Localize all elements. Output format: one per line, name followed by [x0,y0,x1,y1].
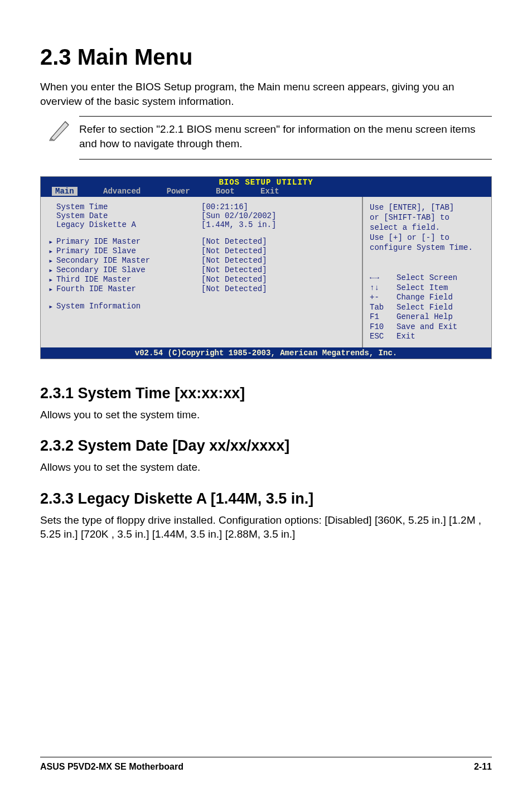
footer-page-number: 2-11 [474,762,492,772]
bios-key: F1 [370,312,396,322]
bios-help-line: or [SHIFT-TAB] to [370,212,485,223]
note-block: Refer to section "2.2.1 BIOS menu screen… [40,116,492,159]
bios-tab-main: Main [52,187,78,196]
bios-key-desc: Exit [396,332,415,342]
bios-field-value [201,302,357,311]
bios-key-desc: Select Field [396,303,453,313]
bios-help-line: select a field. [370,223,485,233]
section-heading: 2.3.2 System Date [Day xx/xx/xxxx] [40,437,492,455]
bios-key: ↑↓ [370,283,396,293]
bios-fields: System Time [00:21:16] System Date [Sun … [41,197,362,347]
bios-field-value: [Not Detected] [201,265,357,275]
note-text: Refer to section "2.2.1 BIOS menu screen… [79,122,492,151]
section-body: Sets the type of floppy drive installed.… [40,513,492,542]
bios-help-line: Use [+] or [-] to [370,233,485,243]
bios-key-desc: Change Field [396,293,453,303]
bios-key-desc: Select Screen [396,273,457,283]
bios-field-value: [Not Detected] [201,247,357,256]
submenu-marker-icon: ▸ [49,284,56,294]
bios-tab-boot: Boot [216,187,235,196]
bios-tab-power: Power [167,187,190,196]
bios-key: ESC [370,332,396,342]
bios-copyright: v02.54 (C)Copyright 1985-2003, American … [41,347,491,359]
bios-tab-advanced: Advanced [103,187,141,196]
bios-field-label: Primary IDE Slave [56,247,201,256]
bios-screenshot: BIOS SETUP UTILITY Main Advanced Power B… [40,176,492,359]
bios-field-value: [Sun 02/10/2002] [201,211,357,220]
submenu-marker-icon: ▸ [49,275,56,284]
bios-tab-exit: Exit [260,187,279,196]
bios-field-label: System Date [56,211,201,220]
section-heading: 2.3.1 System Time [xx:xx:xx] [40,385,492,402]
bios-field-value: [00:21:16] [201,202,357,211]
bios-field-label: System Time [56,202,201,211]
bios-field-value: [Not Detected] [201,275,357,284]
bios-key: ←→ [370,273,396,283]
bios-field-label: Legacy Diskette A [56,220,201,229]
bios-field-value: [1.44M, 3.5 in.] [201,220,357,229]
bios-help-line: Use [ENTER], [TAB] [370,202,485,212]
bios-field-value: [Not Detected] [201,256,357,265]
bios-field-label: System Information [56,302,201,311]
bios-field-label: Primary IDE Master [56,237,201,247]
bios-field-label: Secondary IDE Master [56,256,201,265]
bios-key: Tab [370,303,396,313]
bios-field-label: Secondary IDE Slave [56,265,201,275]
bios-field-value: [Not Detected] [201,284,357,294]
page-title: 2.3 Main Menu [40,45,492,70]
section-body: Allows you to set the system date. [40,460,492,475]
bios-help-line: configure System Time. [370,243,485,253]
submenu-marker-icon: ▸ [49,256,56,265]
section-heading: 2.3.3 Legacy Diskette A [1.44M, 3.5 in.] [40,490,492,508]
bios-tabs: Main Advanced Power Boot Exit [41,187,491,197]
bios-field-label: Third IDE Master [56,275,201,284]
bios-key: F10 [370,322,396,332]
bios-field-value: [Not Detected] [201,237,357,247]
bios-field-label: Fourth IDE Master [56,284,201,294]
bios-key: +- [370,293,396,303]
submenu-marker-icon: ▸ [49,302,56,311]
submenu-marker-icon: ▸ [49,237,56,247]
section-body: Allows you to set the system time. [40,408,492,422]
footer-product: ASUS P5VD2-MX SE Motherboard [40,762,183,772]
bios-title: BIOS SETUP UTILITY [41,177,491,187]
bios-key-desc: Save and Exit [396,322,457,332]
bios-help-pane: Use [ENTER], [TAB] or [SHIFT-TAB] to sel… [362,197,491,347]
intro-text: When you enter the BIOS Setup program, t… [40,80,492,108]
bios-key-desc: Select Item [396,283,448,293]
submenu-marker-icon: ▸ [49,247,56,256]
bios-key-desc: General Help [396,312,453,322]
submenu-marker-icon: ▸ [49,265,56,275]
pencil-note-icon [47,116,72,142]
